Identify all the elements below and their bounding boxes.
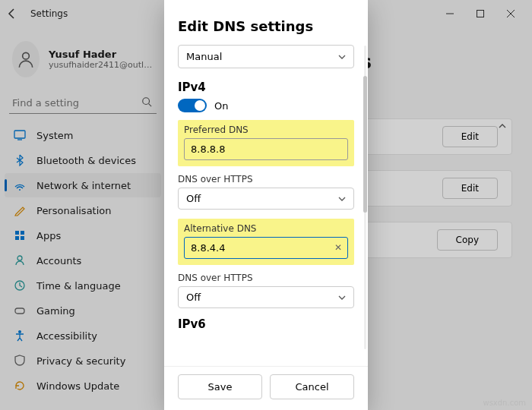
chevron-down-icon xyxy=(338,195,346,203)
dns-mode-select[interactable]: Manual xyxy=(178,45,354,68)
select-value: Off xyxy=(186,193,201,204)
chevron-down-icon xyxy=(338,294,346,301)
ipv4-toggle[interactable] xyxy=(178,99,207,112)
select-value: Off xyxy=(186,292,201,303)
doh-select[interactable]: Off xyxy=(178,286,354,308)
chevron-down-icon xyxy=(338,53,346,61)
alternative-dns-input[interactable]: 8.8.4.4 xyxy=(184,237,348,259)
doh-label: DNS over HTTPS xyxy=(178,273,354,283)
select-value: Manual xyxy=(186,51,222,62)
clear-input-button[interactable]: ✕ xyxy=(334,242,342,253)
doh-label: DNS over HTTPS xyxy=(178,174,354,184)
alternative-dns-group: Alternative DNS 8.8.4.4 ✕ xyxy=(178,219,354,265)
ipv6-heading: IPv6 xyxy=(178,317,354,331)
dialog-title: Edit DNS settings xyxy=(178,18,354,34)
ipv4-heading: IPv4 xyxy=(178,80,354,94)
watermark-text: wsxdn.com xyxy=(483,399,526,407)
dns-settings-dialog: Edit DNS settings Manual IPv4 On Preferr… xyxy=(164,0,368,410)
toggle-state-label: On xyxy=(214,100,228,112)
cancel-button[interactable]: Cancel xyxy=(270,374,354,399)
preferred-dns-group: Preferred DNS 8.8.8.8 xyxy=(178,120,354,166)
save-button[interactable]: Save xyxy=(178,374,262,399)
doh-select[interactable]: Off xyxy=(178,188,354,210)
dialog-scrollbar-thumb[interactable] xyxy=(363,76,367,213)
preferred-dns-label: Preferred DNS xyxy=(184,125,348,135)
preferred-dns-input[interactable]: 8.8.8.8 xyxy=(184,138,348,160)
alternative-dns-label: Alternative DNS xyxy=(184,223,348,234)
